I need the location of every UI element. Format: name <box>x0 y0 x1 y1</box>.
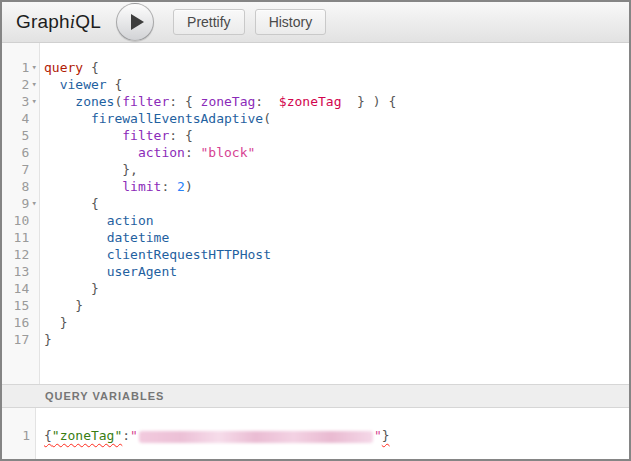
line-number: 5 <box>2 127 29 144</box>
line-number: 11 <box>2 229 29 246</box>
code-line[interactable]: }, <box>44 161 629 178</box>
gutter-row: 16 <box>2 314 39 331</box>
code-token: "block" <box>201 145 256 160</box>
fold-arrow-icon[interactable]: ▾ <box>29 93 39 110</box>
fold-spacer <box>29 178 39 195</box>
code-token: } <box>44 281 99 296</box>
code-token: ) <box>185 179 193 194</box>
redacted-value <box>139 431 373 443</box>
gutter-row: 6 <box>2 144 39 161</box>
code-token: { <box>83 60 99 75</box>
line-number: 1 <box>2 59 29 76</box>
code-line[interactable]: userAgent <box>44 263 629 280</box>
gutter-row: 7 <box>2 161 39 178</box>
code-line[interactable]: datetime <box>44 229 629 246</box>
gutter-row: 12 <box>2 246 39 263</box>
code-token: : <box>161 179 177 194</box>
query-editor-code[interactable]: query { viewer { zones(filter: { zoneTag… <box>41 43 629 348</box>
history-button[interactable]: History <box>255 9 327 35</box>
code-token: viewer <box>60 77 107 92</box>
code-line[interactable]: action: "block" <box>44 144 629 161</box>
code-line[interactable]: action <box>44 212 629 229</box>
query-editor[interactable]: 1▾2▾3▾456789▾1011121314151617 query { vi… <box>2 43 629 384</box>
line-number: 15 <box>2 297 29 314</box>
gutter-row: 5 <box>2 127 39 144</box>
code-token <box>44 213 107 228</box>
code-token: zoneTag <box>201 94 256 109</box>
code-token: " <box>374 428 382 443</box>
fold-spacer <box>29 110 39 127</box>
code-token <box>44 247 107 262</box>
fold-arrow-icon[interactable]: ▾ <box>29 195 39 212</box>
code-line[interactable]: limit: 2) <box>44 178 629 195</box>
fold-spacer <box>29 212 39 229</box>
query-editor-gutter: 1▾2▾3▾456789▾1011121314151617 <box>2 43 40 384</box>
code-token: : <box>255 94 278 109</box>
code-line[interactable]: {"zoneTag":""} <box>44 427 629 444</box>
line-number: 8 <box>2 178 29 195</box>
code-token: : <box>122 428 130 443</box>
execute-query-button[interactable] <box>116 3 154 41</box>
line-number: 7 <box>2 161 29 178</box>
code-token: $zoneTag <box>279 94 342 109</box>
fold-spacer <box>29 263 39 280</box>
prettify-button[interactable]: Prettify <box>173 9 245 35</box>
code-token <box>44 94 75 109</box>
code-token <box>44 77 60 92</box>
code-line[interactable]: query { <box>44 59 629 76</box>
line-number: 12 <box>2 246 29 263</box>
gutter-row: 1 <box>2 427 35 444</box>
fold-spacer <box>29 280 39 297</box>
code-line[interactable]: { <box>44 195 629 212</box>
code-token: ( <box>263 111 271 126</box>
gutter-row: 1▾ <box>2 59 39 76</box>
code-token: filter <box>122 94 169 109</box>
code-line[interactable]: viewer { <box>44 76 629 93</box>
code-token: " <box>130 428 138 443</box>
code-token <box>44 230 107 245</box>
fold-arrow-icon[interactable]: ▾ <box>29 76 39 93</box>
variables-editor[interactable]: 1 {"zoneTag":""} <box>2 408 629 459</box>
code-line[interactable]: } <box>44 314 629 331</box>
code-token: firewallEventsAdaptive <box>91 111 263 126</box>
code-line[interactable]: zones(filter: { zoneTag: $zoneTag } ) { <box>44 93 629 110</box>
fold-arrow-icon[interactable]: ▾ <box>29 59 39 76</box>
line-number: 16 <box>2 314 29 331</box>
graphiql-app: GraphiQL Prettify History 1▾2▾3▾456789▾1… <box>0 0 631 461</box>
code-token: 2 <box>177 179 185 194</box>
query-variables-titlebar[interactable]: QUERY VARIABLES <box>2 384 629 408</box>
code-line[interactable]: } <box>44 331 629 348</box>
gutter-row: 3▾ <box>2 93 39 110</box>
code-line[interactable]: filter: { <box>44 127 629 144</box>
code-line[interactable]: } <box>44 280 629 297</box>
code-token: } ) { <box>341 94 396 109</box>
code-line[interactable]: clientRequestHTTPHost <box>44 246 629 263</box>
code-token: action <box>138 145 185 160</box>
line-number: 1 <box>2 427 30 444</box>
logo-text: QL <box>75 11 101 32</box>
code-token <box>44 128 122 143</box>
code-token: } <box>382 428 390 443</box>
code-token: { <box>44 196 99 211</box>
code-token: { <box>107 77 123 92</box>
gutter-row: 10 <box>2 212 39 229</box>
line-number: 2 <box>2 76 29 93</box>
gutter-row: 17 <box>2 331 39 348</box>
line-number: 3 <box>2 93 29 110</box>
code-token <box>44 264 107 279</box>
gutter-row: 13 <box>2 263 39 280</box>
code-token: : <box>185 145 201 160</box>
fold-spacer <box>29 331 39 348</box>
code-line[interactable]: firewallEventsAdaptive( <box>44 110 629 127</box>
variables-editor-code[interactable]: {"zoneTag":""} <box>37 408 629 444</box>
fold-spacer <box>29 314 39 331</box>
line-number: 9 <box>2 195 29 212</box>
code-token: datetime <box>107 230 170 245</box>
code-token: query <box>44 60 83 75</box>
gutter-row: 15 <box>2 297 39 314</box>
code-line[interactable]: } <box>44 297 629 314</box>
code-token: "zoneTag" <box>52 428 122 443</box>
gutter-row: 2▾ <box>2 76 39 93</box>
code-token: } <box>44 298 83 313</box>
logo-text: Graph <box>16 11 70 32</box>
